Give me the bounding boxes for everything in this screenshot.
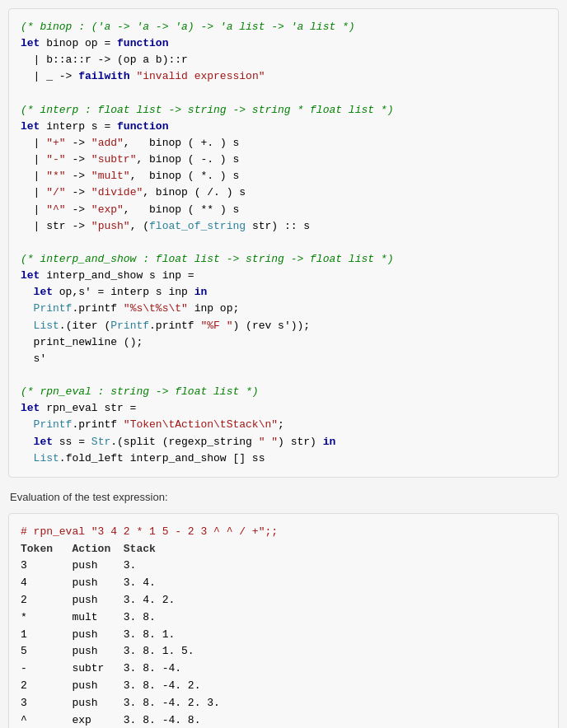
output-row-2: 4 push 3. 4. (21, 576, 156, 589)
description-text: Evaluation of the test expression: (8, 486, 559, 508)
output-content: # rpn_eval "3 4 2 * 1 5 - 2 3 ^ ^ / +";;… (21, 524, 546, 728)
output-row-4: * mult 3. 8. (21, 611, 156, 623)
source-code: (* binop : ('a -> 'a -> 'a) -> 'a list -… (21, 19, 546, 467)
source-code-block: (* binop : ('a -> 'a -> 'a) -> 'a list -… (8, 8, 559, 478)
output-block: # rpn_eval "3 4 2 * 1 5 - 2 3 ^ ^ / +";;… (8, 513, 559, 728)
output-row-6: 5 push 3. 8. 1. 5. (21, 645, 194, 657)
code-container: (* binop : ('a -> 'a -> 'a) -> 'a list -… (8, 8, 559, 728)
output-row-10: ^ exp 3. 8. -4. 8. (21, 714, 200, 726)
output-row-5: 1 push 3. 8. 1. (21, 628, 175, 641)
repl-command: # rpn_eval "3 4 2 * 1 5 - 2 3 ^ ^ / +";; (21, 525, 278, 538)
output-row-7: - subtr 3. 8. -4. (21, 662, 181, 674)
output-row-1: 3 push 3. (21, 559, 136, 572)
output-row-8: 2 push 3. 8. -4. 2. (21, 679, 200, 692)
output-row-3: 2 push 3. 4. 2. (21, 594, 175, 606)
output-row-9: 3 push 3. 8. -4. 2. 3. (21, 697, 220, 709)
output-header: Token Action Stack (21, 543, 156, 555)
